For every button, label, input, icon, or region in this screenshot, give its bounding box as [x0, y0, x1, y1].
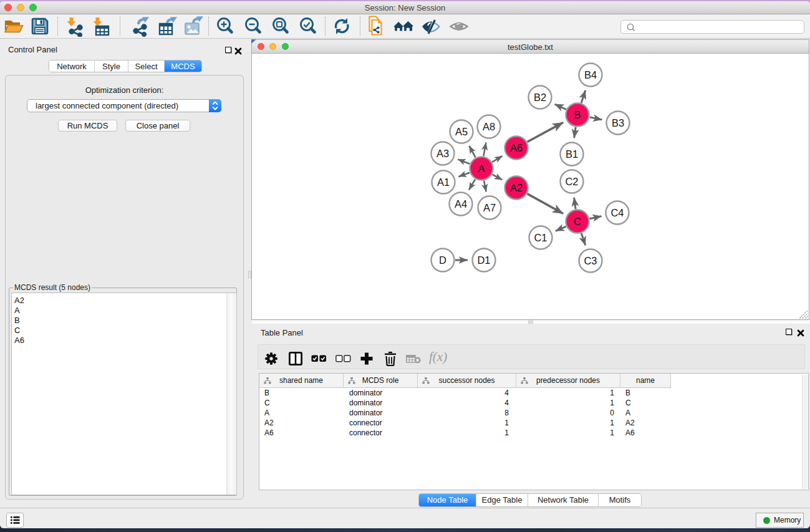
- svg-text:C3: C3: [584, 255, 597, 266]
- svg-text:B4: B4: [584, 69, 597, 80]
- svg-text:A4: A4: [455, 198, 467, 210]
- svg-text:B1: B1: [566, 148, 578, 160]
- svg-text:A1: A1: [437, 177, 450, 188]
- svg-text:A5: A5: [455, 126, 468, 137]
- svg-text:B: B: [574, 109, 581, 120]
- svg-text:C1: C1: [534, 232, 547, 243]
- svg-text:C: C: [574, 216, 581, 227]
- svg-text:A2: A2: [510, 182, 523, 193]
- svg-text:A3: A3: [436, 148, 449, 159]
- svg-text:D: D: [439, 254, 446, 266]
- svg-text:B3: B3: [612, 117, 624, 128]
- svg-text:A7: A7: [483, 202, 496, 213]
- svg-text:D1: D1: [477, 254, 490, 266]
- svg-text:B2: B2: [534, 92, 546, 103]
- svg-text:C2: C2: [565, 176, 578, 187]
- svg-text:A: A: [478, 163, 485, 174]
- svg-text:C4: C4: [610, 207, 624, 218]
- svg-text:A6: A6: [510, 142, 523, 153]
- svg-text:A8: A8: [483, 121, 495, 132]
